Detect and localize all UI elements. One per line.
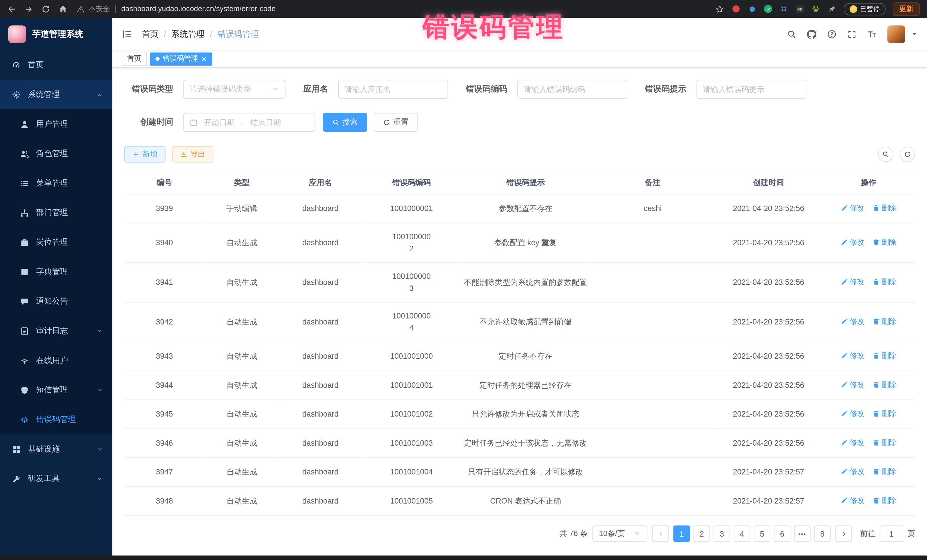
edit-link[interactable]: 修改	[840, 437, 864, 449]
browser-forward-icon[interactable]	[24, 5, 33, 14]
sidebar-item-error-code-management[interactable]: 错误码管理	[0, 405, 112, 434]
date-range-picker[interactable]: -	[183, 113, 315, 132]
sidebar-item-infrastructure[interactable]: 基础设施	[0, 434, 112, 464]
export-button[interactable]: 导出	[172, 146, 213, 162]
delete-link[interactable]: 删除	[872, 466, 896, 477]
page-button-2[interactable]: 2	[693, 525, 710, 542]
delete-link[interactable]: 删除	[872, 202, 896, 214]
bookmark-star-icon[interactable]	[715, 5, 724, 14]
search-button[interactable]: 搜索	[323, 113, 367, 132]
delete-link[interactable]: 删除	[872, 350, 896, 361]
next-page-button[interactable]	[836, 525, 852, 542]
add-button[interactable]: 新增	[124, 146, 166, 162]
reset-button[interactable]: 重置	[374, 113, 418, 132]
cell-type: 自动生成	[205, 342, 279, 371]
plus-icon	[132, 151, 140, 158]
github-icon[interactable]	[807, 29, 816, 39]
breadcrumb-item[interactable]: 系统管理	[172, 29, 205, 39]
page-button-1[interactable]: 1	[673, 525, 690, 542]
refresh-table-button[interactable]	[900, 147, 915, 162]
search-icon[interactable]	[787, 29, 796, 39]
sidebar-item-dev-tools[interactable]: 研发工具	[0, 464, 112, 493]
edit-link[interactable]: 修改	[840, 316, 864, 327]
question-icon[interactable]	[827, 29, 837, 39]
cell-id: 3946	[124, 429, 205, 458]
delete-link[interactable]: 删除	[872, 495, 896, 506]
logo[interactable]: 芋道管理系统	[0, 18, 112, 50]
cell-actions: 修改删除	[822, 263, 915, 302]
app-name-input[interactable]	[338, 80, 448, 99]
error-type-select[interactable]: 请选择错误码类型	[183, 80, 286, 99]
delete-link[interactable]: 删除	[872, 316, 896, 327]
record-icon[interactable]	[731, 5, 741, 12]
sidebar-toggle-icon[interactable]	[122, 29, 132, 39]
browser-back-icon[interactable]	[7, 5, 16, 14]
page-button-5[interactable]: 5	[754, 525, 770, 542]
sidebar-item-dept-management[interactable]: 部门管理	[0, 198, 112, 228]
gear-icon	[12, 90, 21, 99]
vue-devtools-icon[interactable]	[763, 5, 773, 13]
sidebar-item-menu-management[interactable]: 菜单管理	[0, 168, 112, 198]
start-date-input[interactable]	[201, 118, 238, 127]
caret-down-icon[interactable]	[911, 31, 918, 37]
page-size-select[interactable]: 10条/页	[593, 525, 647, 542]
sidebar-item-user-management[interactable]: 用户管理	[0, 109, 112, 139]
end-date-input[interactable]	[247, 118, 284, 127]
paw-icon[interactable]	[811, 5, 821, 13]
edit-link[interactable]: 修改	[840, 379, 864, 391]
pagination: 共 76 条 10条/页 123456•••8 前往	[124, 525, 915, 542]
tab-home[interactable]: 首页	[122, 52, 147, 65]
prev-page-button[interactable]	[652, 525, 669, 542]
cell-error-hint: 只允许修改为开启或者关闭状态	[461, 400, 590, 429]
pin-icon[interactable]	[827, 5, 837, 13]
user-avatar[interactable]	[887, 25, 905, 43]
edit-link[interactable]: 修改	[840, 495, 864, 506]
goto-page-input[interactable]	[880, 525, 903, 542]
edit-link[interactable]: 修改	[840, 276, 864, 288]
sidebar-item-label: 短信管理	[36, 385, 68, 395]
toggle-search-button[interactable]	[878, 147, 894, 162]
delete-link[interactable]: 删除	[872, 379, 896, 391]
delete-link[interactable]: 删除	[872, 437, 896, 449]
sidebar-item-notice[interactable]: 通知公告	[0, 287, 112, 316]
breadcrumb-item[interactable]: 首页	[142, 29, 158, 39]
edit-link[interactable]: 修改	[840, 408, 864, 419]
blue-dot-icon[interactable]	[747, 6, 757, 12]
browser-home-icon[interactable]	[58, 5, 67, 14]
browser-refresh-icon[interactable]	[41, 5, 50, 14]
on-badge-icon[interactable]: on	[795, 5, 805, 13]
export-button-label: 导出	[190, 149, 205, 159]
page-button-3[interactable]: 3	[714, 525, 730, 542]
sidebar-item-dict-management[interactable]: 字典管理	[0, 257, 112, 287]
edit-link[interactable]: 修改	[840, 350, 864, 361]
sidebar-item-home[interactable]: 首页	[0, 50, 112, 80]
address-bar[interactable]: 不安全 dashboard.yudao.iocoder.cn/system/er…	[77, 4, 715, 14]
delete-link[interactable]: 删除	[872, 408, 896, 419]
page-button-4[interactable]: 4	[734, 525, 750, 542]
sidebar-item-post-management[interactable]: 岗位管理	[0, 228, 112, 257]
fontsize-icon[interactable]	[868, 29, 877, 39]
cell-create-time: 2021-04-20 23:52:56	[715, 429, 822, 458]
edit-link[interactable]: 修改	[840, 466, 864, 477]
page-button-8[interactable]: 8	[814, 525, 831, 542]
fullscreen-icon[interactable]	[847, 29, 857, 39]
sidebar-item-role-management[interactable]: 角色管理	[0, 139, 112, 168]
edit-link[interactable]: 修改	[840, 202, 864, 214]
browser-update-button[interactable]: 更新	[893, 2, 920, 16]
sidebar-item-audit-log[interactable]: 审计日志	[0, 316, 112, 346]
security-label: 不安全	[89, 4, 110, 14]
page-ellipsis[interactable]: •••	[794, 525, 811, 542]
page-button-6[interactable]: 6	[774, 525, 790, 542]
error-hint-input[interactable]	[696, 80, 807, 99]
sidebar-item-system-management[interactable]: 系统管理	[0, 80, 112, 109]
tab-error-code-management[interactable]: 错误码管理	[150, 52, 212, 65]
grid-dots-icon[interactable]	[779, 5, 789, 13]
delete-link[interactable]: 删除	[872, 276, 896, 288]
profile-chip[interactable]: 已暂停	[844, 3, 886, 15]
delete-link[interactable]: 删除	[872, 237, 896, 248]
sidebar-item-online-users[interactable]: 在线用户	[0, 346, 112, 375]
edit-link[interactable]: 修改	[840, 237, 864, 248]
sidebar-item-sms-management[interactable]: 短信管理	[0, 375, 112, 405]
navbar-tools	[787, 25, 918, 43]
error-code-input[interactable]	[517, 80, 628, 99]
